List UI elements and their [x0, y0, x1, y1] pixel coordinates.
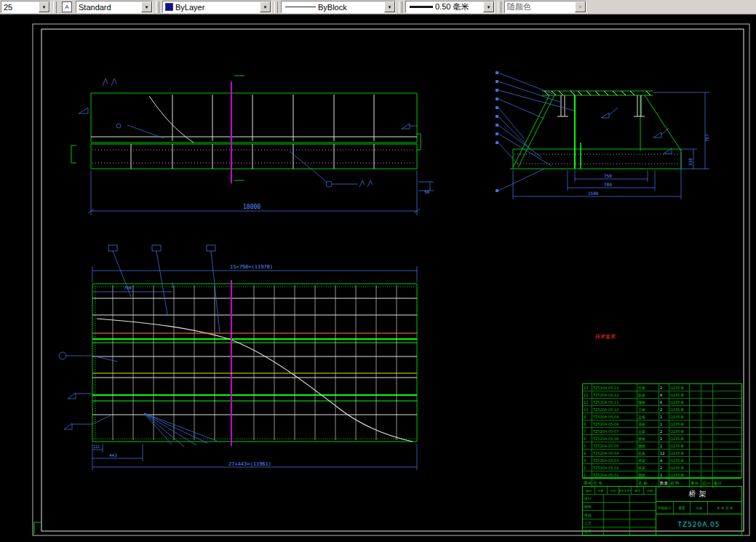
part-total-weight [701, 435, 712, 442]
title-block: 标记 处数 分区 更改文件号 签字 日期 设计 校核 [582, 486, 742, 535]
section-right-web [640, 95, 681, 151]
part-material: Q235-B [669, 413, 689, 420]
part-name: 边梁 [637, 428, 658, 434]
part-name: 立板 [637, 406, 658, 413]
model-space-canvas[interactable]: 18000 50 750 780 1500 767 330 15×798=(11… [0, 15, 756, 542]
part-remark [712, 471, 741, 478]
label-798: 798 [124, 285, 132, 290]
part-unit-weight [689, 464, 701, 471]
layer-combo-value: 25 [1, 3, 39, 12]
role-label: 校核 [583, 503, 603, 510]
parts-row: 7 TZ520A.05-07 边梁 2 Q235-B [583, 427, 741, 434]
part-code: TZ520A.05-03 [592, 457, 637, 463]
part-total-weight [701, 428, 712, 434]
strip-hatch [92, 150, 415, 163]
plan-cut-curve [97, 319, 413, 442]
part-remark [712, 464, 741, 471]
rev-date: 日期 [643, 487, 656, 494]
part-code: TZ520A.05-06 [592, 435, 637, 442]
part-code: TZ520A.05-09 [592, 413, 637, 420]
part-no: 4 [583, 450, 592, 456]
section-weld-flags [601, 108, 672, 154]
section-left-web [513, 95, 554, 167]
part-material: Q235-B [669, 428, 689, 434]
label-1500: 1500 [588, 191, 599, 196]
part-code: TZ520A.05-08 [592, 421, 637, 427]
role-date-cell [629, 527, 656, 535]
linetype-combo[interactable]: ByBlock ▼ [281, 1, 396, 13]
technical-notes: 技术要求 [595, 333, 710, 342]
role-date-cell [629, 495, 656, 502]
text-style-combo[interactable]: Standard ▼ [76, 1, 153, 13]
toolbar-grip [274, 1, 278, 13]
role-date-cell [629, 511, 656, 518]
parts-row: 9 TZ520A.05-09 盖板 1 Q235-B [583, 413, 741, 420]
weight-label: 重量 [673, 502, 691, 514]
sheet-info: 共 张 第 张 [707, 502, 741, 514]
part-total-weight [701, 471, 712, 478]
plan-grid-verticals [113, 285, 397, 440]
toolbar-grip [156, 1, 159, 13]
part-remark [712, 391, 741, 398]
title-block-stage-row: 阶段标记 重量 比例 共 张 第 张 [656, 502, 741, 514]
label-780: 780 [604, 182, 612, 187]
elevation-stiffeners [172, 95, 374, 141]
color-swatch-icon [165, 3, 173, 11]
part-material: Q235-B [669, 450, 689, 456]
part-total-weight [701, 457, 712, 463]
part-code: TZ520A.05-12 [592, 391, 637, 398]
part-qty: 2 [658, 464, 669, 471]
plan-443-dim [92, 444, 143, 461]
part-remark [712, 428, 741, 434]
color-combo-arrow-icon[interactable]: ▼ [260, 1, 271, 12]
title-block-revision-area: 标记 处数 分区 更改文件号 签字 日期 设计 校核 [583, 487, 656, 535]
lineweight-combo[interactable]: 0.50 毫米 ▼ [405, 1, 495, 13]
role-label: 设计 [583, 495, 603, 502]
toolbar-grip [53, 1, 57, 13]
part-code: TZ520A.05-02 [592, 464, 637, 471]
part-remark [712, 406, 741, 413]
part-total-weight [701, 421, 712, 427]
part-no: 2 [583, 464, 592, 471]
weld-circle-icon [116, 124, 121, 128]
part-no: 9 [583, 413, 592, 420]
part-unit-weight [689, 413, 701, 420]
elevation-left-bracket [71, 146, 76, 163]
part-remark [712, 399, 741, 405]
part-material: Q235-B [669, 406, 689, 413]
text-style-icon[interactable]: A [60, 1, 74, 13]
role-row: 设计 [583, 495, 656, 503]
parts-row: 1 TZ520A.05-01 面板 1 Q235-B [583, 471, 741, 478]
part-total-weight [701, 464, 712, 471]
plotstyle-combo-arrow-icon: ▼ [575, 1, 586, 12]
color-combo[interactable]: ByLayer ▼ [162, 1, 271, 13]
plan-balloon-3 [207, 245, 215, 251]
label-bottom-total: 27×443=(11961) [228, 461, 271, 467]
part-unit-weight [689, 391, 701, 398]
layer-combo[interactable]: 25 ▼ [1, 1, 50, 13]
section-tee-stub-right [634, 95, 645, 116]
part-unit-weight [689, 450, 701, 456]
label-330: 330 [688, 158, 693, 166]
part-no: 3 [583, 457, 592, 463]
layer-combo-arrow-icon[interactable]: ▼ [39, 1, 49, 12]
lineweight-combo-arrow-icon[interactable]: ▼ [483, 1, 494, 12]
text-style-combo-arrow-icon[interactable]: ▼ [141, 1, 152, 12]
part-remark [712, 384, 741, 391]
parts-row: 6 TZ520A.05-06 腹板 2 Q235-B [583, 434, 741, 442]
datum-leader [290, 151, 358, 184]
part-material: Q235-B [669, 442, 689, 449]
part-unit-weight [689, 406, 701, 413]
part-name: 面板 [637, 442, 658, 449]
elevation-centerline-ticks [234, 76, 244, 180]
lineweight-combo-value: 0.50 毫米 [433, 1, 483, 12]
notes-title: 技术要求 [595, 333, 710, 341]
parts-row: 8 TZ520A.05-08 底板 1 Q235-B [583, 420, 741, 427]
part-remark [712, 457, 741, 463]
rev-sign: 签字 [631, 487, 643, 494]
plotstyle-combo: 随颜色 ▼ [504, 1, 586, 13]
section-flange-hatch [544, 91, 650, 95]
linetype-combo-arrow-icon[interactable]: ▼ [384, 1, 395, 12]
label-443: 443 [109, 453, 117, 458]
part-material: Q235-B [669, 435, 689, 442]
